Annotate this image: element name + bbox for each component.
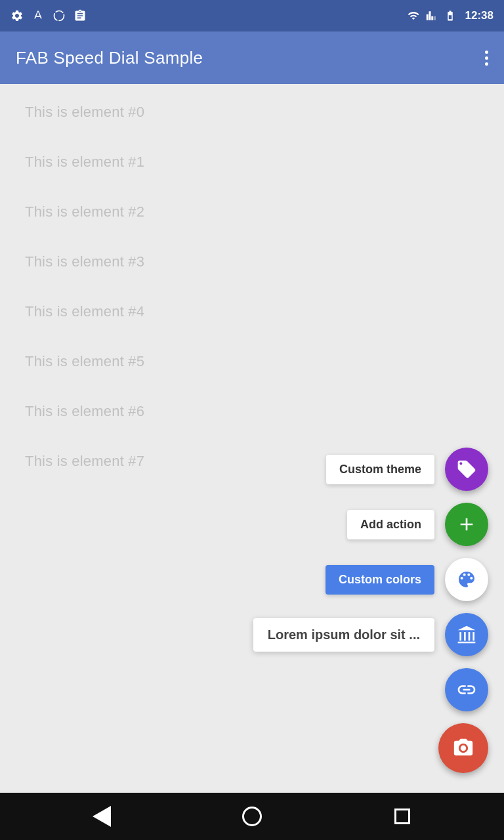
app-bar: FAB Speed Dial Sample (0, 32, 504, 84)
loader-icon (52, 9, 66, 22)
fab-item-custom-theme: Custom theme (326, 448, 488, 491)
fab-speed-dial: Custom theme Add action Custom colors (253, 84, 488, 793)
fab-btn-custom-colors[interactable] (445, 558, 488, 601)
svg-point-2 (461, 746, 467, 751)
bottom-nav (0, 793, 504, 840)
lorem-label: Lorem ipsum dolor sit ... (253, 618, 434, 652)
palette-icon (456, 569, 477, 590)
fab-item-add-action: Add action (347, 503, 488, 546)
back-icon (93, 806, 111, 827)
recents-icon (394, 808, 410, 824)
status-bar-left (10, 9, 87, 22)
battery-icon (443, 10, 457, 22)
camera-icon (452, 737, 474, 759)
time-display: 12:38 (465, 9, 494, 22)
fab-btn-add-action[interactable] (445, 503, 488, 546)
font-icon (32, 9, 45, 22)
clipboard-icon (74, 9, 87, 22)
add-action-label: Add action (347, 510, 434, 539)
link-icon (456, 679, 477, 700)
back-button[interactable] (85, 800, 118, 833)
more-vert-icon[interactable] (485, 51, 488, 66)
home-icon (242, 807, 262, 826)
fab-item-lorem: Lorem ipsum dolor sit ... (253, 613, 488, 656)
fab-item-custom-colors: Custom colors (326, 558, 488, 601)
fab-btn-link[interactable] (445, 668, 488, 711)
svg-point-0 (54, 11, 64, 21)
custom-colors-label: Custom colors (326, 565, 434, 595)
recents-button[interactable] (386, 800, 419, 833)
fab-btn-custom-theme[interactable] (445, 448, 488, 491)
app-bar-title: FAB Speed Dial Sample (16, 48, 203, 68)
svg-rect-1 (448, 15, 452, 19)
plus-icon (456, 514, 477, 535)
status-bar-right: 12:38 (406, 9, 494, 22)
signal-icon (426, 10, 438, 22)
home-button[interactable] (236, 800, 268, 833)
main-content: This is element #0 This is element #1 Th… (0, 84, 504, 793)
status-bar: 12:38 (0, 0, 504, 32)
wifi-icon (406, 10, 421, 22)
main-fab (438, 723, 488, 773)
fab-btn-bank[interactable] (445, 613, 488, 656)
fab-item-link (445, 668, 488, 711)
tags-icon (456, 459, 477, 480)
settings-icon (10, 9, 24, 22)
custom-theme-label: Custom theme (326, 455, 434, 484)
bank-icon (456, 624, 477, 645)
fab-btn-camera[interactable] (438, 723, 488, 773)
